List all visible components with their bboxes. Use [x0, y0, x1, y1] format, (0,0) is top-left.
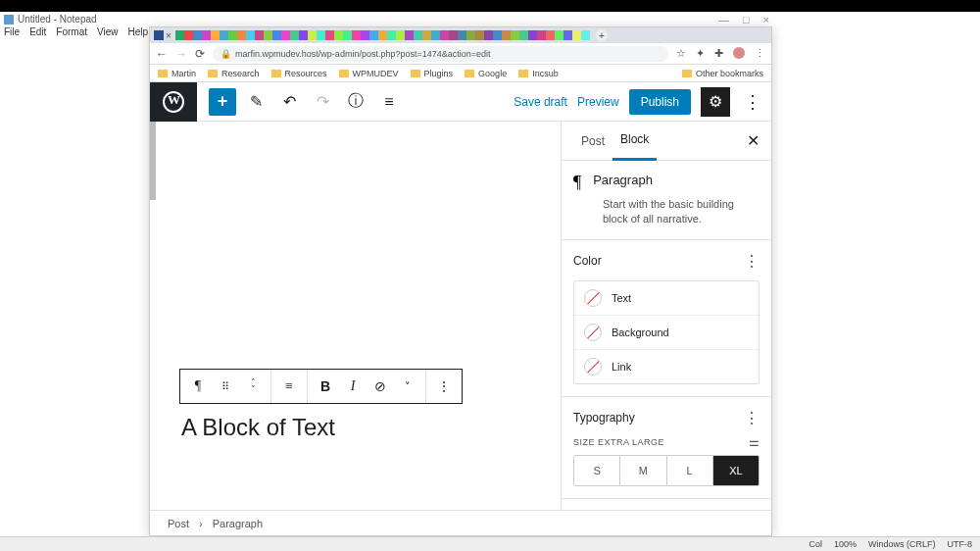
paragraph-block[interactable]: A Block of Text: [181, 414, 335, 441]
browser-tab[interactable]: [493, 30, 502, 40]
block-type-button[interactable]: ¶: [184, 370, 212, 403]
size-settings-icon[interactable]: ⚌: [749, 435, 760, 449]
browser-tab[interactable]: [299, 30, 308, 40]
nav-forward-button[interactable]: →: [175, 47, 187, 61]
bookmark-star-icon[interactable]: ☆: [676, 47, 686, 60]
browser-tab[interactable]: [281, 30, 290, 40]
browser-tab[interactable]: [264, 30, 272, 40]
tab-block[interactable]: Block: [612, 122, 657, 161]
browser-tab[interactable]: [290, 30, 299, 40]
drag-handle[interactable]: ⠿: [212, 370, 239, 403]
size-xl-button[interactable]: XL: [713, 456, 759, 485]
browser-tab[interactable]: [255, 30, 264, 40]
menu-view[interactable]: View: [97, 26, 119, 39]
close-tab-icon[interactable]: ×: [166, 30, 172, 41]
browser-tab[interactable]: [414, 30, 422, 40]
browser-menu-icon[interactable]: ⋮: [755, 47, 765, 60]
browser-tab[interactable]: [528, 30, 537, 40]
bookmark-other[interactable]: Other bookmarks: [682, 69, 763, 78]
tab-post[interactable]: Post: [573, 122, 612, 161]
bookmark-plugins[interactable]: Plugins: [411, 69, 454, 78]
browser-tab[interactable]: [405, 30, 414, 40]
toolbar-more-button[interactable]: ⋮: [430, 370, 458, 403]
bookmark-incsub[interactable]: Incsub: [518, 69, 559, 78]
menu-file[interactable]: File: [4, 26, 20, 39]
browser-tab[interactable]: [484, 30, 493, 40]
breadcrumb-post[interactable]: Post: [168, 518, 189, 529]
window-minimize[interactable]: —: [718, 14, 729, 25]
browser-tab[interactable]: [237, 30, 246, 40]
browser-tab[interactable]: [555, 30, 564, 40]
menu-edit[interactable]: Edit: [29, 26, 46, 39]
color-panel-more[interactable]: ⋮: [744, 252, 760, 271]
breadcrumb-block[interactable]: Paragraph: [213, 518, 263, 529]
browser-tab[interactable]: [449, 30, 458, 40]
menu-help[interactable]: Help: [128, 26, 149, 39]
browser-tab[interactable]: [246, 30, 255, 40]
preview-button[interactable]: Preview: [577, 95, 619, 109]
browser-tab[interactable]: [396, 30, 405, 40]
color-text-button[interactable]: Text: [574, 281, 759, 316]
browser-tab[interactable]: [581, 30, 590, 40]
extensions-puzzle-icon[interactable]: ✚: [714, 47, 723, 60]
browser-tab[interactable]: [193, 30, 202, 40]
bookmark-resources[interactable]: Resources: [271, 69, 327, 78]
size-m-button[interactable]: M: [620, 456, 666, 485]
browser-tab[interactable]: [440, 30, 449, 40]
save-draft-button[interactable]: Save draft: [514, 95, 567, 109]
editor-canvas[interactable]: ¶ ⠿ ˄˅ ≡ B I ⊘ ˅: [150, 122, 561, 510]
publish-button[interactable]: Publish: [629, 89, 691, 115]
add-block-button[interactable]: +: [209, 88, 236, 116]
browser-tab[interactable]: [466, 30, 475, 40]
profile-avatar[interactable]: [733, 47, 745, 59]
details-button[interactable]: ⓘ: [342, 88, 369, 116]
undo-button[interactable]: ↶: [275, 88, 303, 116]
italic-button[interactable]: I: [339, 370, 367, 403]
browser-tab[interactable]: [458, 30, 466, 40]
window-maximize[interactable]: □: [743, 14, 750, 25]
browser-tab[interactable]: [228, 30, 237, 40]
edit-mode-button[interactable]: ✎: [242, 88, 270, 116]
bookmark-martin[interactable]: Martin: [158, 69, 196, 78]
extension-icon[interactable]: ✦: [696, 47, 705, 60]
browser-tab[interactable]: [502, 30, 511, 40]
browser-tab[interactable]: [308, 30, 317, 40]
browser-tab[interactable]: [537, 30, 546, 40]
size-l-button[interactable]: L: [667, 456, 713, 485]
align-button[interactable]: ≡: [275, 370, 303, 403]
browser-tab[interactable]: [546, 30, 555, 40]
sidebar-close-button[interactable]: ✕: [747, 131, 760, 150]
browser-tab[interactable]: [369, 30, 378, 40]
menu-format[interactable]: Format: [56, 26, 87, 39]
format-more-button[interactable]: ˅: [394, 370, 421, 403]
color-link-button[interactable]: Link: [574, 350, 759, 383]
browser-tab[interactable]: [272, 30, 281, 40]
redo-button[interactable]: ↷: [309, 88, 336, 116]
move-updown-button[interactable]: ˄˅: [239, 370, 267, 403]
browser-tab[interactable]: [422, 30, 431, 40]
header-more-button[interactable]: ⋮: [740, 91, 765, 113]
color-background-button[interactable]: Background: [574, 316, 759, 350]
browser-tab[interactable]: [175, 30, 184, 40]
browser-tab[interactable]: [317, 30, 325, 40]
browser-tab[interactable]: [511, 30, 519, 40]
bookmark-wpmudev[interactable]: WPMUDEV: [339, 69, 399, 78]
browser-tab[interactable]: [352, 30, 361, 40]
browser-tab[interactable]: [211, 30, 220, 40]
browser-tab[interactable]: [475, 30, 484, 40]
url-input[interactable]: 🔒 marfin.wpmudev.host/wp-admin/post.php?…: [213, 46, 668, 62]
size-s-button[interactable]: S: [574, 456, 620, 485]
browser-tab[interactable]: [519, 30, 528, 40]
browser-tab[interactable]: [184, 30, 193, 40]
link-button[interactable]: ⊘: [367, 370, 394, 403]
window-close[interactable]: ×: [763, 14, 769, 25]
browser-tab[interactable]: [202, 30, 211, 40]
typography-panel-more[interactable]: ⋮: [744, 409, 760, 427]
browser-tab[interactable]: [572, 30, 581, 40]
browser-tab[interactable]: [431, 30, 440, 40]
active-tab-icon[interactable]: [154, 30, 164, 40]
bold-button[interactable]: B: [312, 370, 339, 403]
nav-back-button[interactable]: ←: [156, 47, 168, 61]
browser-tab[interactable]: [334, 30, 343, 40]
browser-tab[interactable]: [564, 30, 572, 40]
